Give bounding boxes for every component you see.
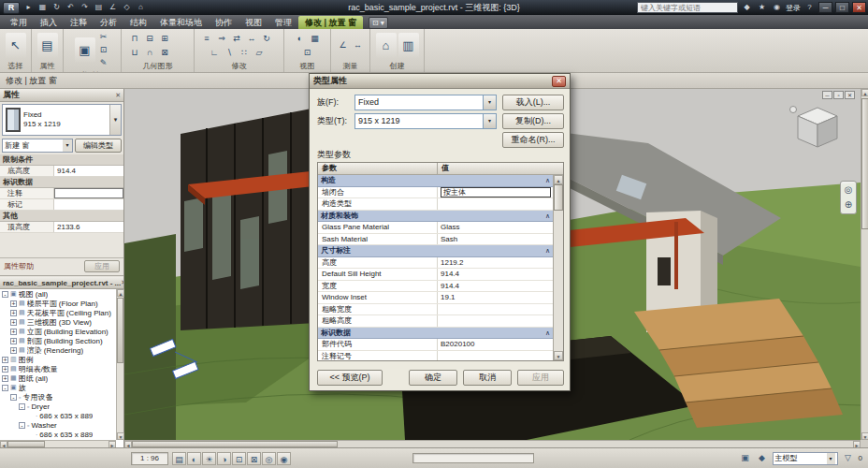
- tree-expander[interactable]: +: [10, 310, 17, 316]
- param-value[interactable]: [438, 315, 553, 327]
- modify-select-tool-icon[interactable]: ↖: [6, 33, 26, 59]
- search-input[interactable]: [637, 2, 738, 13]
- wall-joins-tool-icon[interactable]: ⊔: [128, 47, 141, 59]
- collapse-icon[interactable]: ∧: [545, 211, 550, 222]
- measure-tool-icon[interactable]: ∠: [337, 39, 350, 51]
- param-group-dimensions[interactable]: 尺寸标注∧: [318, 245, 553, 257]
- tree-expander[interactable]: +: [10, 300, 17, 307]
- unjoin-tool-icon[interactable]: ⊠: [158, 47, 171, 59]
- tree-item-families[interactable]: -▣族: [0, 383, 116, 392]
- tree-expander[interactable]: [27, 431, 34, 438]
- param-group-identity-data[interactable]: 标识数据∧: [318, 328, 553, 340]
- tree-item-legends[interactable]: +▥图例: [0, 355, 116, 364]
- close-button[interactable]: ✕: [852, 2, 866, 13]
- array-tool-icon[interactable]: ∷: [238, 47, 251, 59]
- scroll-up-arrow[interactable]: ▲: [861, 89, 868, 96]
- zoom-icon[interactable]: ⊕: [842, 198, 855, 212]
- split-tool-icon[interactable]: ∖: [223, 47, 236, 59]
- offset-tool-icon[interactable]: ⇒: [215, 33, 228, 45]
- create-group-tool-icon[interactable]: ⌂: [376, 33, 397, 59]
- cut-geometry-tool-icon[interactable]: ⊟: [143, 33, 156, 45]
- tree-expander[interactable]: +: [10, 347, 17, 354]
- scroll-thumb[interactable]: [861, 98, 868, 229]
- param-group-materials[interactable]: 材质和装饰∧: [318, 211, 553, 223]
- chevron-down-icon[interactable]: ▾: [483, 95, 496, 110]
- tab-structure[interactable]: 结构: [123, 16, 153, 29]
- project-browser-header[interactable]: rac_basic_sample_project.rvt - ... ✕: [0, 277, 123, 289]
- rename-button[interactable]: 重命名(R)...: [502, 132, 564, 148]
- viewcube-home-icon[interactable]: [790, 107, 797, 113]
- tree-expander[interactable]: -: [19, 403, 25, 410]
- close-icon[interactable]: ✕: [121, 279, 123, 286]
- help-icon[interactable]: ?: [803, 2, 816, 13]
- tree-expander[interactable]: +: [10, 319, 17, 326]
- sign-in-button[interactable]: 登录: [786, 3, 801, 13]
- reveal-hidden-icon[interactable]: ◉: [277, 452, 291, 465]
- duplicate-button[interactable]: 复制(D)...: [502, 113, 564, 129]
- param-value[interactable]: 914.4: [54, 166, 123, 176]
- element-filter-dropdown[interactable]: 新建 窗 ▾: [2, 139, 73, 153]
- table-scrollbar[interactable]: ▲ ▼: [553, 175, 563, 360]
- tree-item-washer[interactable]: -▫Washer: [0, 420, 116, 430]
- tree-expander[interactable]: +: [10, 329, 17, 335]
- param-value[interactable]: 2133.6: [54, 222, 123, 232]
- tree-item-views[interactable]: -▣视图 (all): [0, 289, 116, 299]
- family-dropdown[interactable]: Fixed ▾: [354, 95, 497, 110]
- crop-view-icon[interactable]: ⊡: [232, 452, 246, 465]
- worksharing-icon[interactable]: ▣: [739, 452, 752, 464]
- rotate-tool-icon[interactable]: ↻: [260, 33, 273, 45]
- param-value[interactable]: 1219.2: [438, 257, 553, 269]
- load-button[interactable]: 载入(L)...: [502, 95, 564, 110]
- minimize-button[interactable]: ─: [818, 2, 832, 13]
- edit-type-button[interactable]: 编辑类型: [75, 139, 122, 153]
- param-value[interactable]: 19.1: [438, 292, 553, 303]
- chevron-down-icon[interactable]: ▾: [483, 114, 496, 128]
- property-group-identity[interactable]: 标识数据: [0, 177, 123, 188]
- temporary-hide-icon[interactable]: ◎: [262, 452, 276, 465]
- scroll-thumb[interactable]: [132, 441, 338, 447]
- undo-icon[interactable]: ↶: [65, 2, 77, 13]
- param-value[interactable]: 914.4: [438, 281, 553, 292]
- collapse-icon[interactable]: ∧: [545, 175, 550, 186]
- application-menu-button[interactable]: R: [3, 2, 20, 14]
- tree-expander[interactable]: +: [2, 366, 8, 373]
- workset-dropdown[interactable]: 主模型 ▾: [773, 452, 838, 465]
- shadows-icon[interactable]: ◑: [217, 452, 231, 465]
- cancel-button[interactable]: 取消: [463, 370, 512, 386]
- paste-tool-icon[interactable]: ▣: [75, 37, 95, 64]
- collapse-icon[interactable]: ∧: [545, 328, 550, 339]
- properties-tool-icon[interactable]: ▤: [37, 33, 58, 59]
- tree-expander[interactable]: -: [19, 422, 25, 429]
- tree-expander[interactable]: +: [2, 357, 8, 363]
- save-icon[interactable]: ▦: [36, 2, 49, 13]
- browser-vertical-scrollbar[interactable]: ▲ ▼: [116, 289, 123, 440]
- tab-view[interactable]: 视图: [239, 16, 268, 29]
- close-icon[interactable]: ✕: [115, 92, 121, 99]
- tree-item-dryer-type[interactable]: ·686 x 635 x 889: [0, 411, 116, 420]
- browser-horizontal-scrollbar[interactable]: ◄ ►: [0, 440, 116, 447]
- user-icon[interactable]: ◉: [771, 2, 783, 13]
- filter-icon[interactable]: ▽: [842, 452, 855, 464]
- tab-analyze[interactable]: 分析: [94, 16, 123, 29]
- tree-expander[interactable]: -: [2, 291, 8, 298]
- tree-item-ceiling-plan[interactable]: +▤天花板平面 (Ceiling Plan): [0, 308, 116, 317]
- tree-item-rendering[interactable]: +▤渲染 (Rendering): [0, 345, 116, 355]
- detail-level-icon[interactable]: ▤: [172, 452, 186, 465]
- param-value[interactable]: 按主体: [438, 187, 553, 198]
- tree-expander[interactable]: -: [10, 394, 17, 401]
- type-selector[interactable]: Fixed 915 x 1219 ▾: [2, 104, 122, 136]
- mirror-tool-icon[interactable]: ⇄: [230, 33, 243, 45]
- dialog-title-bar[interactable]: 类型属性 ✕: [310, 74, 570, 89]
- properties-palette-header[interactable]: 属性 ✕: [0, 89, 123, 102]
- viewport-vertical-scrollbar[interactable]: ▲ ▼: [861, 89, 868, 440]
- view-close-icon[interactable]: ✕: [845, 91, 855, 99]
- tab-collaborate[interactable]: 协作: [209, 16, 239, 29]
- open-icon[interactable]: ▸: [22, 2, 35, 13]
- scale-tool-icon[interactable]: ▱: [253, 47, 266, 59]
- maximize-button[interactable]: □: [835, 2, 849, 13]
- print-icon[interactable]: ▤: [93, 2, 105, 13]
- scroll-up-arrow[interactable]: ▲: [554, 175, 563, 184]
- tree-item-washer-type[interactable]: ·686 x 635 x 889: [0, 430, 116, 439]
- thin-lines-tool-icon[interactable]: ◐: [294, 33, 307, 45]
- show-crop-icon[interactable]: ⊠: [247, 452, 261, 465]
